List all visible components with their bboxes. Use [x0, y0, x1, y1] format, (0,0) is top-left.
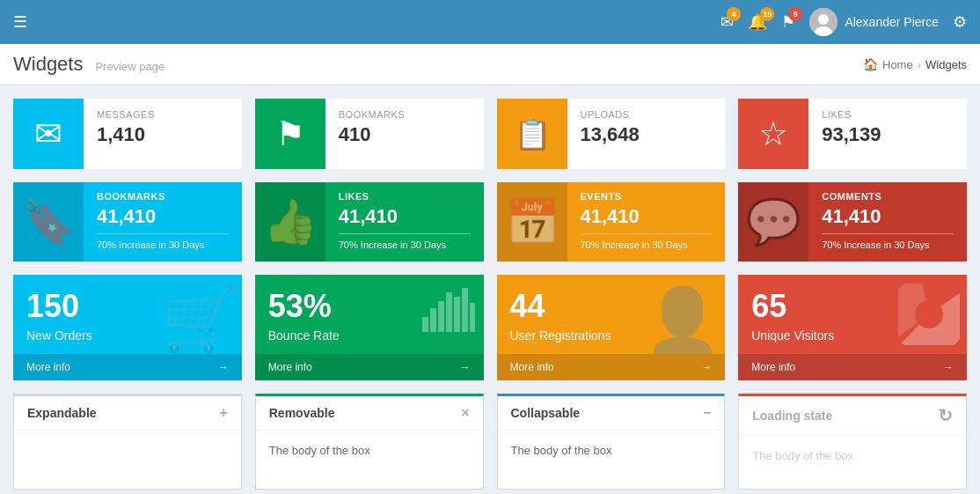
svg-rect-4 — [430, 308, 436, 332]
bookmarks-label: BOOKMARKS — [339, 109, 471, 120]
panel-loading-spinner: ↻ — [938, 405, 953, 426]
breadcrumb: 🏠 Home › Widgets — [863, 57, 967, 71]
bounce-arrow-icon: → — [460, 361, 471, 373]
bounce-footer-label: More info — [268, 361, 312, 373]
big-events-label: EVENTS — [581, 191, 713, 202]
info-box-registrations: 44 User Registrations 👤 More info → — [497, 275, 726, 380]
svg-rect-5 — [438, 301, 444, 332]
uploads-value: 13,648 — [581, 123, 713, 146]
header-right: ✉ 4 🔔 15 ⚑ 9 Alexander Pierce ⚙ — [720, 8, 967, 36]
messages-content: MESSAGES 1,410 — [84, 99, 242, 169]
big-comments-content: COMMENTS 41,410 70% Increase in 30 Days — [808, 182, 967, 262]
panel-collapsable-action[interactable]: − — [703, 405, 711, 421]
big-comments-icon: 💬 — [738, 182, 808, 262]
visitors-footer[interactable]: More info → — [738, 354, 967, 380]
big-bookmarks-content: BOOKMARKS 41,410 70% Increase in 30 Days — [84, 182, 242, 262]
big-bookmarks-icon: 🔖 — [13, 182, 84, 262]
big-likes-trend: 70% Increase in 30 Days — [339, 240, 471, 250]
big-stat-events: 📅 EVENTS 41,410 70% Increase in 30 Days — [497, 182, 726, 262]
bookmarks-value: 410 — [339, 123, 471, 146]
stat-box-bookmarks: ⚑ BOOKMARKS 410 — [255, 99, 484, 169]
bell-badge: 15 — [760, 7, 774, 21]
panel-loading: Loading state ↻ The body of the box — [738, 394, 967, 490]
big-bookmarks-value: 41,410 — [97, 205, 229, 234]
user-menu[interactable]: Alexander Pierce — [809, 8, 939, 36]
messages-value: 1,410 — [97, 123, 229, 146]
bounce-footer[interactable]: More info → — [255, 354, 484, 380]
big-stat-boxes-row: 🔖 BOOKMARKS 41,410 70% Increase in 30 Da… — [13, 182, 967, 262]
info-boxes-row: 150 New Orders 🛒 More info → 53% Bounce … — [13, 275, 967, 380]
visitors-footer-label: More info — [751, 361, 795, 373]
svg-point-1 — [818, 14, 829, 25]
app-header: ☰ ✉ 4 🔔 15 ⚑ 9 Alexander Pierce ⚙ — [0, 0, 980, 44]
header-left: ☰ — [13, 12, 27, 32]
reg-footer-label: More info — [510, 361, 554, 373]
stat-box-uploads: 📋 UPLOADS 13,648 — [497, 99, 726, 169]
uploads-label: UPLOADS — [581, 109, 713, 120]
main-content: ✉ MESSAGES 1,410 ⚑ BOOKMARKS 410 📋 UPLOA… — [0, 85, 980, 494]
big-events-content: EVENTS 41,410 70% Increase in 30 Days — [567, 182, 726, 262]
panel-collapsable-header: Collapsable − — [498, 396, 725, 431]
panel-expandable-action[interactable]: + — [219, 405, 227, 421]
panel-loading-title: Loading state — [752, 409, 832, 423]
panel-loading-header: Loading state ↻ — [739, 396, 966, 436]
panel-removable: Removable × The body of the box — [255, 394, 484, 490]
home-icon: 🏠 — [863, 57, 878, 71]
likes-content: LIKES 93,139 — [808, 99, 967, 169]
breadcrumb-current: Widgets — [925, 58, 967, 71]
panel-removable-title: Removable — [269, 406, 335, 420]
big-likes-icon: 👍 — [255, 182, 325, 262]
big-stat-likes: 👍 LIKES 41,410 70% Increase in 30 Days — [255, 182, 484, 262]
big-comments-value: 41,410 — [822, 205, 954, 234]
stat-boxes-row: ✉ MESSAGES 1,410 ⚑ BOOKMARKS 410 📋 UPLOA… — [13, 99, 967, 169]
comment-symbol: 💬 — [746, 196, 801, 247]
svg-rect-3 — [422, 317, 428, 332]
user-add-icon: 👤 — [644, 284, 720, 356]
flag-icon-button[interactable]: ⚑ 9 — [781, 12, 795, 32]
orders-footer-label: More info — [26, 361, 70, 373]
visitors-chart — [898, 284, 960, 348]
svg-rect-8 — [462, 288, 468, 332]
panel-loading-body: The body of the box — [739, 436, 966, 489]
settings-icon[interactable]: ⚙ — [953, 12, 967, 32]
big-bookmarks-label: BOOKMARKS — [97, 191, 229, 202]
svg-rect-6 — [446, 292, 452, 332]
username-label: Alexander Pierce — [845, 15, 939, 29]
panel-removable-header: Removable × — [256, 396, 483, 431]
panel-expandable: Expandable + — [13, 394, 242, 490]
info-box-visitors: 65 Unique Visitors More info → — [738, 275, 967, 380]
stat-box-messages: ✉ MESSAGES 1,410 — [13, 99, 242, 169]
panel-collapsable-title: Collapsable — [511, 406, 581, 420]
bell-icon-button[interactable]: 🔔 15 — [748, 12, 767, 32]
big-comments-trend: 70% Increase in 30 Days — [822, 240, 954, 250]
reg-footer[interactable]: More info → — [497, 354, 726, 380]
visitors-arrow-icon: → — [943, 361, 954, 373]
likes-icon: ☆ — [758, 114, 788, 153]
breadcrumb-home-link[interactable]: Home — [882, 58, 913, 71]
big-events-icon: 📅 — [497, 182, 567, 262]
hamburger-icon[interactable]: ☰ — [13, 12, 27, 32]
mail-badge: 4 — [727, 7, 741, 21]
page-title-area: Widgets Preview page — [13, 53, 165, 76]
info-box-orders: 150 New Orders 🛒 More info → — [13, 275, 242, 380]
uploads-icon-area: 📋 — [497, 99, 567, 169]
big-stat-bookmarks: 🔖 BOOKMARKS 41,410 70% Increase in 30 Da… — [13, 182, 242, 262]
big-likes-label: LIKES — [339, 191, 471, 202]
stat-box-likes: ☆ LIKES 93,139 — [738, 99, 967, 169]
panels-row: Expandable + Removable × The body of the… — [13, 394, 967, 490]
panel-collapsable: Collapsable − The body of the box — [497, 394, 726, 490]
likes-icon-area: ☆ — [738, 99, 808, 169]
big-bookmarks-trend: 70% Increase in 30 Days — [97, 240, 229, 250]
panel-removable-action[interactable]: × — [461, 405, 469, 421]
big-likes-value: 41,410 — [339, 205, 471, 234]
big-likes-content: LIKES 41,410 70% Increase in 30 Days — [325, 182, 484, 262]
orders-arrow-icon: → — [218, 361, 229, 373]
svg-point-12 — [915, 300, 943, 328]
messages-icon-area: ✉ — [13, 99, 84, 169]
panel-expandable-header: Expandable + — [14, 396, 241, 431]
avatar — [809, 8, 837, 36]
likes-label: LIKES — [822, 109, 954, 120]
orders-footer[interactable]: More info → — [13, 354, 242, 380]
breadcrumb-separator: › — [918, 58, 921, 71]
mail-icon-button[interactable]: ✉ 4 — [720, 12, 734, 32]
